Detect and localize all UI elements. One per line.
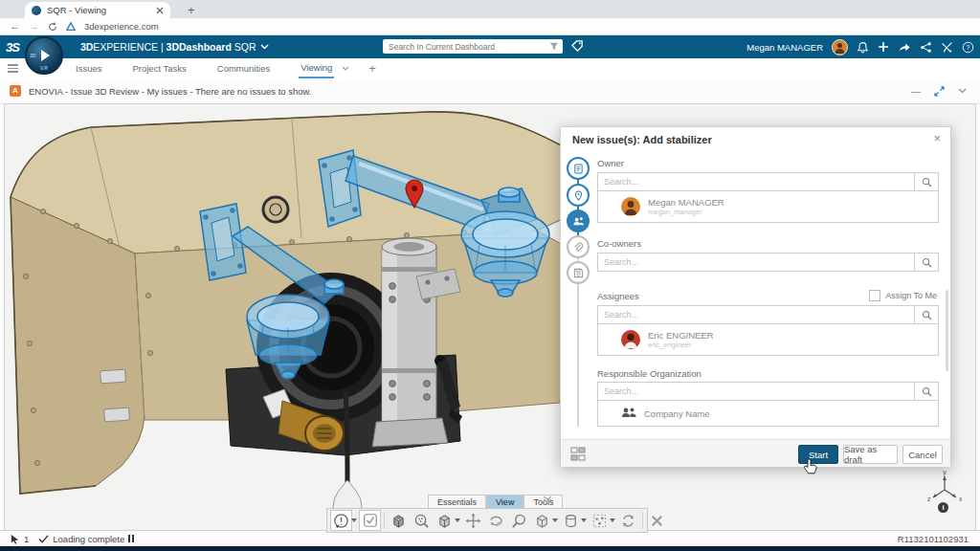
owner-label: Owner xyxy=(597,158,624,168)
iso-view-caret-icon[interactable] xyxy=(552,518,558,522)
issue-tool-icon[interactable] xyxy=(330,510,352,531)
widget-menu-chevron-icon[interactable] xyxy=(958,88,967,94)
organization-selected-row[interactable]: Company Name xyxy=(597,401,939,427)
pause-icon[interactable] xyxy=(128,535,134,542)
coowners-label: Co-owners xyxy=(597,238,641,249)
close-toolbar-icon[interactable] xyxy=(646,510,668,531)
tab-options-chevron-icon[interactable] xyxy=(342,66,349,71)
axis-y-label: y xyxy=(943,469,947,476)
screen: SQR - Viewing + ← → 3dexperience.com 3S … xyxy=(0,0,980,551)
browser-tab[interactable]: SQR - Viewing xyxy=(25,2,170,18)
render-style-icon[interactable] xyxy=(434,510,456,531)
user-name[interactable]: Megan MANAGER xyxy=(746,42,823,53)
organization-search-icon[interactable] xyxy=(914,382,939,401)
app-header: 3S 3DEXPERIENCE | 3DDashboard SQR Megan … xyxy=(0,35,980,58)
assign-to-me-checkbox[interactable] xyxy=(869,290,880,301)
coowners-search-input[interactable] xyxy=(597,253,914,272)
app-title: 3DEXPERIENCE | 3DDashboard SQR xyxy=(80,41,256,53)
tab-viewing[interactable]: Viewing xyxy=(299,58,334,78)
browser-tab-title: SQR - Viewing xyxy=(47,5,150,15)
add-content-icon[interactable] xyxy=(878,41,889,53)
help-icon[interactable]: ? xyxy=(962,41,974,54)
notifications-bell-icon[interactable] xyxy=(857,41,869,54)
tag-icon[interactable] xyxy=(571,40,584,53)
owner-search-input[interactable] xyxy=(597,172,914,191)
step-location-icon[interactable] xyxy=(567,184,590,207)
step-people-icon[interactable] xyxy=(567,209,590,232)
assign-to-me-label: Assign To Me xyxy=(885,291,937,300)
structure-tool-icon[interactable] xyxy=(388,510,410,531)
dialog-title: New issue(s): Add stabilizer xyxy=(572,134,712,145)
section-tool-caret-icon[interactable] xyxy=(581,518,587,522)
save-as-draft-button[interactable]: Save as draft xyxy=(843,445,898,464)
axis-x-label: x xyxy=(959,496,962,502)
magnifier-detail-icon[interactable] xyxy=(411,510,433,531)
assignee-selected-row[interactable]: Eric ENGINEER eric_engineer xyxy=(597,324,939,356)
forward-icon[interactable]: → xyxy=(29,21,39,32)
organization-search-input[interactable] xyxy=(597,382,914,401)
assign-to-me[interactable]: Assign To Me xyxy=(869,290,937,301)
add-tab-icon[interactable]: + xyxy=(368,61,376,76)
assignees-search-icon[interactable] xyxy=(914,305,939,324)
owner-search-icon[interactable] xyxy=(914,172,939,191)
validate-tool-icon[interactable] xyxy=(359,510,381,531)
cancel-button[interactable]: Cancel xyxy=(902,445,943,464)
dialog-footer: Start Save as draft Cancel xyxy=(561,439,950,467)
toolbar-collapse-icon[interactable] xyxy=(542,495,553,504)
step-save-icon[interactable] xyxy=(567,261,590,284)
dashboard-chevron-icon[interactable] xyxy=(260,44,269,50)
assignees-label: Assignees xyxy=(597,291,639,301)
3dcompass-icon[interactable]: 3D V.R xyxy=(25,36,63,75)
user-avatar[interactable] xyxy=(832,39,848,55)
compass-vr-label: V.R xyxy=(40,65,48,71)
dashboard-name[interactable]: SQR xyxy=(234,41,256,53)
share-nodes-icon[interactable] xyxy=(920,41,932,54)
compass-play-icon[interactable] xyxy=(41,50,50,61)
toolbar-tab-view[interactable]: View xyxy=(486,495,523,509)
pointer-icon xyxy=(10,534,20,544)
dashboard-search-input[interactable] xyxy=(387,41,546,53)
brand-bold: 3D xyxy=(80,41,93,53)
owner-avatar xyxy=(621,197,640,216)
dialog-scrollbar[interactable] xyxy=(946,290,948,371)
collaboration-tools-icon[interactable] xyxy=(941,41,953,54)
pan-tool-icon[interactable] xyxy=(462,510,484,531)
back-icon[interactable]: ← xyxy=(10,21,20,32)
new-tab-icon[interactable]: + xyxy=(188,3,195,17)
toolbar-tab-essentials[interactable]: Essentials xyxy=(428,495,486,509)
zoom-area-icon[interactable] xyxy=(508,510,530,531)
owner-selected-row[interactable]: Megan MANAGER megan_manager xyxy=(597,191,939,223)
tab-project-tasks[interactable]: Project Tasks xyxy=(130,59,188,77)
render-style-caret-icon[interactable] xyxy=(455,518,460,522)
rotate-tool-icon[interactable] xyxy=(485,510,507,531)
reload-icon[interactable] xyxy=(48,22,57,32)
step-attachments-icon[interactable] xyxy=(567,235,590,258)
coowners-search-icon[interactable] xyxy=(914,253,939,272)
iso-view-icon[interactable] xyxy=(531,510,553,531)
header-actions: Megan MANAGER ? xyxy=(746,35,974,58)
dialog-close-icon[interactable]: × xyxy=(933,131,941,145)
form-view-toggle-icon[interactable] xyxy=(570,447,586,461)
assignee-name: Eric ENGINEER xyxy=(648,330,714,341)
widget-expand-icon[interactable] xyxy=(934,86,945,97)
section-tool-icon[interactable] xyxy=(560,510,582,531)
assignee-avatar xyxy=(621,330,640,349)
tab-communities[interactable]: Communities xyxy=(215,59,272,77)
reset-view-icon[interactable] xyxy=(617,510,639,531)
share-arrow-icon[interactable] xyxy=(898,41,911,53)
widget-minimize-icon[interactable]: — xyxy=(911,86,921,97)
tab-close-icon[interactable] xyxy=(156,7,164,14)
assignees-search-input[interactable] xyxy=(597,305,914,324)
issue-tool-caret-icon[interactable] xyxy=(351,518,357,522)
search-filter-icon[interactable] xyxy=(549,42,559,52)
menu-toggle-icon[interactable] xyxy=(8,64,18,73)
url-text[interactable]: 3dexperience.com xyxy=(84,21,159,32)
selection-counter: 1 xyxy=(10,534,29,544)
dashboard-search xyxy=(383,39,563,54)
step-details-icon[interactable] xyxy=(567,157,590,180)
tab-issues[interactable]: Issues xyxy=(74,59,103,77)
explode-tool-icon[interactable] xyxy=(589,510,611,531)
3ds-logo-icon[interactable]: 3S xyxy=(6,40,19,55)
info-icon[interactable]: i xyxy=(938,502,948,513)
explode-tool-caret-icon[interactable] xyxy=(610,518,615,522)
